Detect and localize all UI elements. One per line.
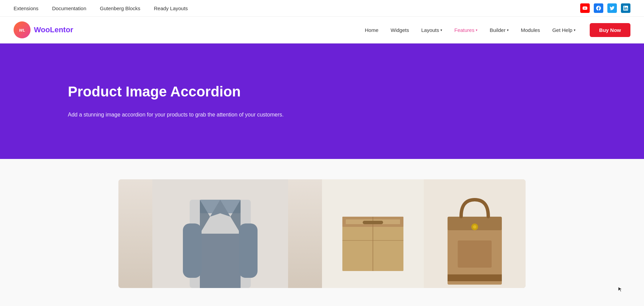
logo-woo: Woo bbox=[34, 25, 50, 34]
hero-title: Product Image Accordion bbox=[68, 83, 576, 100]
topbar-documentation[interactable]: Documentation bbox=[52, 5, 86, 11]
svg-rect-23 bbox=[458, 240, 492, 268]
facebook-icon[interactable] bbox=[594, 3, 603, 13]
top-bar-nav: Extensions Documentation Gutenberg Block… bbox=[14, 5, 188, 11]
logo[interactable]: WL WooLentor bbox=[14, 21, 73, 38]
accordion-panel-bag bbox=[424, 179, 526, 288]
main-nav: WL WooLentor Home Widgets Layouts ▾ Feat… bbox=[0, 17, 644, 43]
nav-widgets[interactable]: Widgets bbox=[386, 24, 414, 36]
twitter-icon[interactable] bbox=[607, 3, 617, 13]
hero-description: Add a stunning image accordion for your … bbox=[68, 110, 292, 119]
accordion-panel-jacket bbox=[118, 179, 322, 288]
logo-lentor: Lentor bbox=[50, 25, 73, 34]
linkedin-icon[interactable] bbox=[621, 3, 630, 13]
svg-text:WL: WL bbox=[19, 28, 25, 32]
buy-now-button[interactable]: Buy Now bbox=[590, 23, 630, 37]
top-bar: Extensions Documentation Gutenberg Block… bbox=[0, 0, 644, 17]
logo-icon: WL bbox=[14, 21, 31, 38]
builder-chevron: ▾ bbox=[507, 28, 509, 32]
svg-rect-8 bbox=[200, 234, 241, 288]
youtube-icon[interactable] bbox=[580, 3, 590, 13]
nav-get-help[interactable]: Get Help ▾ bbox=[548, 24, 580, 36]
svg-rect-10 bbox=[239, 223, 258, 278]
svg-rect-17 bbox=[363, 221, 383, 224]
accordion-panel-box bbox=[322, 179, 424, 288]
social-icons bbox=[580, 3, 630, 13]
nav-layouts[interactable]: Layouts ▾ bbox=[416, 24, 447, 36]
content-section bbox=[0, 159, 644, 306]
gethelp-chevron: ▾ bbox=[574, 28, 575, 32]
logo-text: WooLentor bbox=[34, 25, 73, 34]
topbar-ready-layouts[interactable]: Ready Layouts bbox=[154, 5, 188, 11]
svg-point-22 bbox=[473, 225, 476, 229]
features-chevron: ▾ bbox=[476, 28, 477, 32]
svg-rect-24 bbox=[448, 274, 502, 281]
nav-features[interactable]: Features ▾ bbox=[450, 24, 482, 36]
nav-builder[interactable]: Builder ▾ bbox=[485, 24, 513, 36]
layouts-chevron: ▾ bbox=[440, 28, 442, 32]
topbar-gutenberg-blocks[interactable]: Gutenberg Blocks bbox=[100, 5, 140, 11]
topbar-extensions[interactable]: Extensions bbox=[14, 5, 38, 11]
svg-rect-9 bbox=[183, 223, 202, 278]
nav-home[interactable]: Home bbox=[360, 24, 383, 36]
accordion-preview bbox=[118, 179, 526, 288]
hero-section: Product Image Accordion Add a stunning i… bbox=[0, 43, 644, 159]
nav-modules[interactable]: Modules bbox=[516, 24, 545, 36]
main-nav-links: Home Widgets Layouts ▾ Features ▾ Builde… bbox=[360, 23, 630, 37]
